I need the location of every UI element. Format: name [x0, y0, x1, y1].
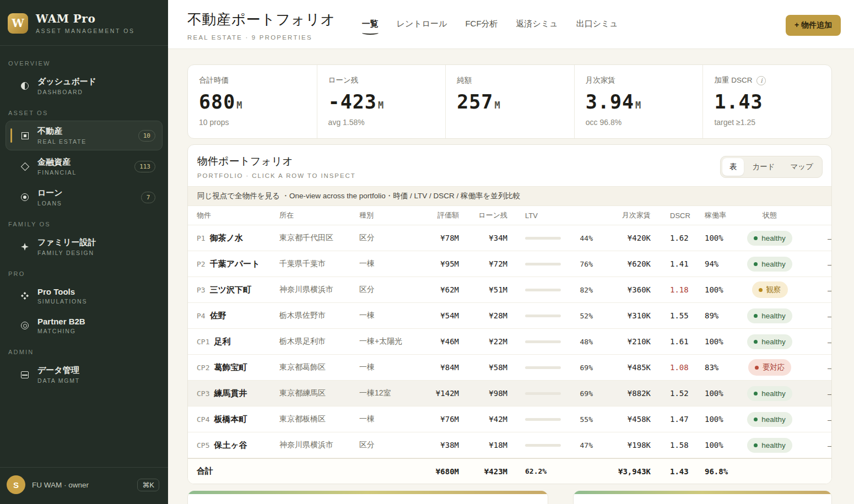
ltv-bar-track — [525, 263, 561, 265]
kpi-summary-card: 合計時価 680M 10 props ローン残 -423M avg 1.58% … — [187, 64, 832, 139]
property-name: 足利 — [214, 337, 230, 347]
nav-label-en: MATCHING — [37, 328, 85, 334]
status-badge: healthy — [747, 438, 792, 453]
row-arrow-icon[interactable]: → — [813, 337, 832, 346]
info-icon[interactable]: i — [756, 76, 766, 85]
sidebar-item-partner-b2b[interactable]: Partner B2B MATCHING — [6, 311, 163, 340]
property-location: 東京都板橋区 — [279, 414, 359, 424]
property-location: 千葉県千葉市 — [279, 259, 359, 269]
row-arrow-icon[interactable]: → — [813, 388, 832, 398]
row-arrow-icon[interactable]: → — [813, 259, 832, 269]
ltv-percent: 44% — [561, 234, 593, 242]
property-occupancy: 100% — [684, 415, 727, 424]
next-card-left — [187, 491, 548, 504]
kpi-monthly-rent: 月次家賃 3.94M occ 96.8% — [574, 65, 703, 138]
row-arrow-icon[interactable]: → — [813, 414, 832, 424]
kpi-label: 合計時価 — [199, 75, 229, 85]
row-arrow-icon[interactable]: → — [813, 311, 832, 321]
tab-repayment-sim[interactable]: 返済シミュ — [516, 19, 558, 36]
user-name: FU WAM · owner — [32, 481, 89, 489]
property-dscr: 1.62 — [651, 234, 684, 242]
table-row[interactable]: CP1 足利 栃木県足利市 一棟+太陽光 ¥46M ¥22M 48% ¥210K… — [188, 329, 831, 355]
ltv-percent: 52% — [561, 312, 593, 320]
sidebar-item-real-estate[interactable]: 不動産 REAL ESTATE 10 — [6, 121, 163, 150]
total-rent: ¥3,943K — [593, 467, 651, 476]
table-row[interactable]: CP2 葛飾宝町 東京都葛飾区 一棟 ¥84M ¥58M 69% ¥485K 1… — [188, 355, 831, 381]
col-header-dscr: DSCR — [651, 212, 684, 220]
kpi-value: -423 — [328, 91, 377, 113]
ltv-percent: 76% — [561, 260, 593, 268]
row-arrow-icon[interactable]: → — [813, 285, 832, 295]
row-arrow-icon[interactable]: → — [813, 362, 832, 372]
status-label: healthy — [761, 234, 786, 242]
table-row[interactable]: P1 御茶ノ水 東京都千代田区 区分 ¥78M ¥34M 44% ¥420K 1… — [188, 225, 831, 251]
next-section-stubs — [187, 491, 832, 504]
status-badge: healthy — [747, 412, 792, 427]
property-id: P3 — [197, 286, 206, 294]
col-header-loan: ローン残 — [459, 210, 507, 220]
kpi-note: occ 96.8% — [586, 118, 692, 127]
property-rent: ¥458K — [593, 415, 651, 424]
status-dot-icon — [754, 443, 758, 447]
status-badge: 観察 — [752, 281, 788, 298]
property-rent: ¥310K — [593, 311, 651, 320]
row-arrow-icon[interactable]: → — [813, 233, 832, 243]
sidebar-item-financial[interactable]: 金融資産 FINANCIAL 113 — [6, 151, 163, 181]
property-occupancy: 100% — [684, 234, 727, 242]
table-total-row: 合計 ¥680M ¥423M 62.2% ¥3,943K 1.43 96.8% — [188, 458, 831, 484]
page-subtitle: REAL ESTATE · 9 PROPERTIES — [187, 34, 336, 41]
table-row[interactable]: P3 三ツ沢下町 神奈川県横浜市 区分 ¥62M ¥51M 82% ¥360K … — [188, 277, 831, 303]
table-row[interactable]: CP3 練馬貫井 東京都練馬区 一棟12室 ¥142M ¥98M 69% ¥88… — [188, 381, 831, 407]
page-title: 不動産ポートフォリオ — [187, 10, 336, 29]
tab-fcf-analysis[interactable]: FCF分析 — [465, 19, 498, 36]
property-type: 区分 — [359, 285, 412, 295]
total-valuation: ¥680M — [412, 467, 459, 476]
tab-rent-roll[interactable]: レントロール — [397, 19, 447, 36]
table-row[interactable]: CP4 板橋本町 東京都板橋区 一棟 ¥76M ¥42M 55% ¥458K 1… — [188, 407, 831, 432]
sidebar-item-pro-tools[interactable]: Pro Tools SIMULATIONS — [6, 281, 163, 310]
diamonds-icon — [20, 291, 29, 300]
property-rent: ¥210K — [593, 337, 651, 346]
status-dot-icon — [754, 262, 758, 266]
kpi-unit: M — [236, 100, 242, 111]
property-type: 区分 — [359, 440, 412, 450]
col-header-location: 所在 — [279, 210, 359, 220]
view-toggle-cards[interactable]: カード — [745, 158, 782, 176]
ltv-bar-track — [525, 289, 561, 291]
table-row[interactable]: P2 千葉アパート 千葉県千葉市 一棟 ¥95M ¥72M 76% ¥620K … — [188, 251, 831, 277]
view-toggle: 表 カード マップ — [720, 156, 823, 178]
sidebar-item-loans[interactable]: ローン LOANS 7 — [6, 182, 163, 212]
ltv-percent: 55% — [561, 415, 593, 424]
diamond-icon — [20, 162, 29, 171]
logo-letter: W — [12, 17, 24, 30]
view-toggle-table[interactable]: 表 — [722, 158, 744, 176]
nav-label-jp: ダッシュボード — [37, 77, 96, 87]
sidebar-item-data-mgmt[interactable]: データ管理 DATA MGMT — [6, 360, 163, 389]
tab-exit-sim[interactable]: 出口シミュ — [576, 19, 618, 36]
ltv-cell: 52% — [507, 312, 593, 320]
tab-list[interactable]: 一覧 — [362, 19, 379, 36]
row-arrow-icon[interactable]: → — [813, 440, 832, 450]
sidebar-item-family-design[interactable]: ファミリー設計 FAMILY DESIGN — [6, 232, 163, 262]
ltv-cell: 82% — [507, 286, 593, 294]
add-property-button[interactable]: + 物件追加 — [786, 15, 841, 36]
property-name: 練馬貫井 — [214, 388, 247, 399]
table-row[interactable]: CP5 保土ヶ谷 神奈川県横浜市 区分 ¥38M ¥18M 47% ¥198K … — [188, 432, 831, 458]
property-loan: ¥22M — [459, 337, 507, 346]
avatar[interactable]: S — [7, 475, 25, 494]
property-rent: ¥882K — [593, 389, 651, 398]
command-k-shortcut[interactable]: ⌘K — [137, 479, 159, 491]
sidebar-item-dashboard[interactable]: ダッシュボード DASHBOARD — [6, 71, 163, 101]
property-id: CP5 — [197, 441, 209, 449]
status-badge: 要対応 — [748, 359, 792, 376]
property-occupancy: 94% — [684, 259, 727, 268]
col-header-property: 物件 — [197, 210, 279, 220]
ltv-bar-track — [525, 340, 561, 343]
property-name: 保土ヶ谷 — [214, 440, 247, 451]
property-dscr: 1.52 — [651, 389, 684, 398]
nav-label-en: FINANCIAL — [37, 169, 77, 176]
table-row[interactable]: P4 佐野 栃木県佐野市 一棟 ¥54M ¥28M 52% ¥310K 1.55… — [188, 303, 831, 329]
property-location: 東京都葛飾区 — [279, 362, 359, 372]
view-toggle-map[interactable]: マップ — [783, 158, 820, 176]
status-label: healthy — [761, 415, 786, 424]
